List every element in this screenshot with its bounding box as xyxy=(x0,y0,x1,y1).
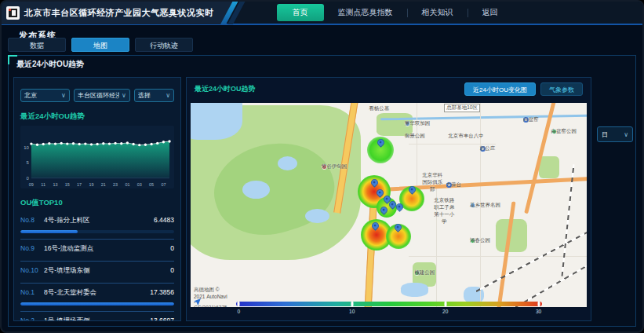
colorbar-tick xyxy=(351,302,353,306)
railway xyxy=(475,228,587,292)
top10-title: OU值TOP10 xyxy=(20,198,174,208)
water-area xyxy=(191,103,242,140)
app-logo-icon xyxy=(6,6,20,20)
region-select[interactable]: 北京∨ xyxy=(20,89,70,102)
colorbar-tick xyxy=(238,302,240,306)
rank-label: No.1 xyxy=(20,288,39,296)
colorbar-label: 20 xyxy=(442,309,448,314)
colorbar-tick xyxy=(537,302,540,306)
top10-row-4[interactable]: No.2 1号-填埋场西侧 13.6697 xyxy=(20,312,174,321)
map-attribution: 高德地图 © 2021 AutoNavi - GS(2021)6375号 xyxy=(194,298,201,306)
period-select[interactable]: 日 ∨ xyxy=(597,126,633,142)
app-title: 北京市丰台区循环经济产业园大气恶臭状况实时 xyxy=(24,7,214,19)
park-area xyxy=(539,156,558,179)
svg-text:01: 01 xyxy=(125,182,129,187)
station-name: 16号-流动监测点 xyxy=(44,244,93,254)
rank-label: No.9 xyxy=(20,244,39,252)
progress-track xyxy=(20,230,174,233)
colorbar-label: 0 xyxy=(238,309,241,314)
svg-text:23: 23 xyxy=(113,182,118,187)
colorbar-tick xyxy=(444,302,446,306)
chevron-down-icon: ∨ xyxy=(122,92,126,99)
map-label: 白盆窑 xyxy=(523,117,529,123)
svg-text:10: 10 xyxy=(24,145,29,150)
station-name: 4号-筛分上料区 xyxy=(44,216,90,225)
map-label: 白盆窑公园 xyxy=(551,129,557,134)
station-select[interactable]: 选择∨ xyxy=(134,89,174,102)
map-label: 槐建公园 xyxy=(414,270,420,276)
svg-text:21: 21 xyxy=(101,182,106,187)
rank-label: No.2 xyxy=(20,317,39,321)
main-nav: 首页 监测点恶臭指数 相关知识 返回 xyxy=(277,4,512,21)
svg-text:11: 11 xyxy=(41,182,45,187)
svg-text:19: 19 xyxy=(89,182,93,187)
main-panel: 最近24小时OU趋势 北京∨ 丰台区循环经济产∨ 选择∨ 最近24小时OU趋势 … xyxy=(8,55,636,327)
view-tabs: 数据 地图 行动轨迹 xyxy=(8,38,193,52)
header-bar: 北京市丰台区循环经济产业园大气恶臭状况实时 首页 监测点恶臭指数 相关知识 返回 xyxy=(2,2,642,25)
map-buttons: 近24小时OU变化图 气象参数 xyxy=(464,82,583,96)
map-btn-0[interactable]: 近24小时OU变化图 xyxy=(464,82,536,96)
station-value: 17.3856 xyxy=(150,288,174,296)
top10-row-2[interactable]: No.10 2号-填埋场东侧 0 xyxy=(20,262,174,284)
top10-list: No.8 4号-筛分上料区 6.4483 No.9 16号-流动监测点 0 xyxy=(20,211,174,321)
chevron-down-icon: ∨ xyxy=(624,131,628,138)
nav-item-3[interactable]: 返回 xyxy=(468,5,512,20)
svg-text:05: 05 xyxy=(149,182,154,187)
chevron-down-icon: ∨ xyxy=(166,92,170,99)
svg-text:17: 17 xyxy=(77,182,82,187)
main-road xyxy=(364,201,377,307)
top10-row-3[interactable]: No.1 8号-北天堂村委会 17.3856 xyxy=(20,284,174,312)
colorbar-gradient xyxy=(236,302,542,306)
tab-1[interactable]: 地图 xyxy=(71,38,129,52)
water-area xyxy=(401,283,428,297)
map-label: 郭公庄 xyxy=(480,146,486,152)
tab-0[interactable]: 数据 xyxy=(8,38,66,52)
map-label: 鸿春公园 xyxy=(470,238,475,243)
progress-bar xyxy=(20,302,174,306)
colorbar-label: 30 xyxy=(536,309,541,314)
svg-text:03: 03 xyxy=(137,182,142,187)
app-root: 北京市丰台区循环经济产业园大气恶臭状况实时 首页 监测点恶臭指数 相关知识 返回… xyxy=(0,0,644,333)
map-panel: 最近24小时OU趋势 近24小时OU变化图 气象参数 xyxy=(186,77,591,321)
station-value: 6.4483 xyxy=(154,216,174,224)
trend-chart-container: 0510091113151719212301030507 xyxy=(20,126,174,188)
top10-row-0[interactable]: No.8 4号-筛分上料区 6.4483 xyxy=(20,211,174,240)
map-panel-title: 最近24小时OU趋势 xyxy=(195,84,256,94)
map-label: 花乡世界名园 xyxy=(470,203,475,208)
tab-2[interactable]: 行动轨迹 xyxy=(135,38,193,52)
svg-text:09: 09 xyxy=(29,182,34,187)
heat-colorbar: 0 10 20 30 xyxy=(236,302,542,316)
svg-text:5: 5 xyxy=(27,160,30,165)
map-label: 紫谷伊甸园 xyxy=(322,164,327,170)
railway xyxy=(508,252,588,307)
map-label: 董华双加园 xyxy=(405,121,410,126)
station-value: 0 xyxy=(170,244,174,252)
nav-item-2[interactable]: 相关知识 xyxy=(408,5,468,20)
nav-item-1[interactable]: 监测点恶臭指数 xyxy=(324,5,407,20)
map-btn-1[interactable]: 气象参数 xyxy=(540,82,583,96)
header-brand: 北京市丰台区循环经济产业园大气恶臭状况实时 xyxy=(2,1,235,24)
nav-item-0[interactable]: 首页 xyxy=(277,4,324,21)
water-area xyxy=(278,156,297,170)
svg-text:07: 07 xyxy=(161,182,166,187)
top10-row-1[interactable]: No.9 16号-流动监测点 0 xyxy=(20,240,174,262)
water-area xyxy=(242,181,270,199)
colorbar-label: 10 xyxy=(349,309,355,314)
station-value: 13.6697 xyxy=(150,317,174,321)
svg-text:15: 15 xyxy=(65,182,70,187)
orange-road xyxy=(495,201,515,307)
filter-row: 北京∨ 丰台区循环经济产∨ 选择∨ xyxy=(20,89,174,102)
trend-chart: 0510091113151719212301030507 xyxy=(20,126,174,188)
station-name: 8号-北天堂村委会 xyxy=(44,288,96,298)
minor-road xyxy=(409,256,587,257)
park-select[interactable]: 丰台区循环经济产∨ xyxy=(74,89,130,102)
station-value: 0 xyxy=(170,266,174,274)
station-name: 1号-填埋场西侧 xyxy=(44,317,90,321)
map-label: 大葆台 xyxy=(446,182,452,188)
panel-title: 最近24小时OU趋势 xyxy=(16,59,84,70)
progress-bar xyxy=(20,230,78,233)
svg-text:0: 0 xyxy=(27,176,30,181)
map-canvas[interactable]: 看杨公墓 总部基地10区 董华双加园 御景公园 北京市丰台八中 白盆窑 白盆窑公… xyxy=(191,103,587,307)
chevron-down-icon: ∨ xyxy=(61,92,66,99)
left-panel: 北京∨ 丰台区循环经济产∨ 选择∨ 最近24小时OU趋势 05100911131… xyxy=(13,77,181,321)
